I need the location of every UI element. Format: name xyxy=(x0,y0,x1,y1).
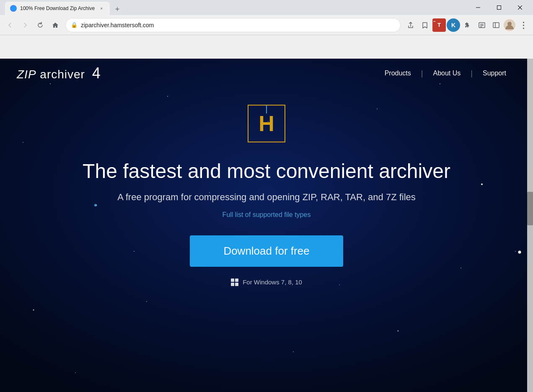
reload-button[interactable] xyxy=(34,18,47,32)
hero-title: The fastest and most convenient archiver xyxy=(83,159,450,183)
sidebar-toggle[interactable] xyxy=(489,18,503,32)
share-button[interactable] xyxy=(404,18,417,32)
svg-point-21 xyxy=(146,301,147,302)
tab-strip: 🌐 100% Free Download Zip Archive × + xyxy=(3,0,467,15)
windows-logo xyxy=(231,279,238,286)
address-bar[interactable]: 🔒 ziparchiver.hamstersoft.com xyxy=(65,18,401,32)
windows-icon xyxy=(231,279,238,286)
hero-logo-box: H xyxy=(248,105,285,142)
nav-support[interactable]: Support xyxy=(473,70,516,77)
bookmark-button[interactable] xyxy=(418,18,432,32)
extension-2[interactable]: K xyxy=(447,18,460,32)
address-text: ziparchiver.hamstersoft.com xyxy=(81,22,395,28)
title-bar: 🌐 100% Free Download Zip Archive × + xyxy=(0,0,533,15)
scrollbar-thumb[interactable] xyxy=(527,192,533,225)
extension-2-icon: K xyxy=(451,22,455,28)
logo-version: 4 xyxy=(92,64,101,82)
supported-types-link[interactable]: Full list of supported file types xyxy=(223,211,311,219)
website-content: ZIP archiver 4 Products | About Us | Sup… xyxy=(0,59,533,392)
hero-subtitle: A free program for compressing and openi… xyxy=(117,192,416,203)
close-button[interactable] xyxy=(510,0,530,15)
tab-close-button[interactable]: × xyxy=(98,5,105,12)
security-icon: 🔒 xyxy=(71,22,78,28)
extension-1[interactable]: T − xyxy=(432,18,446,32)
active-tab[interactable]: 🌐 100% Free Download Zip Archive × xyxy=(5,2,110,15)
browser-actions: T − K ⋮ xyxy=(404,18,530,32)
logo-archiver: archiver xyxy=(40,68,85,81)
nav-about[interactable]: About Us xyxy=(423,70,471,77)
hero-logo-letter: H xyxy=(259,111,274,136)
svg-rect-1 xyxy=(497,6,501,10)
new-tab-button[interactable]: + xyxy=(111,3,123,15)
extensions-button[interactable] xyxy=(461,18,474,32)
chrome-menu-button[interactable]: ⋮ xyxy=(516,18,530,32)
nav-links: Products | About Us | Support xyxy=(375,69,516,78)
site-logo: ZIP archiver 4 xyxy=(17,64,101,82)
maximize-button[interactable] xyxy=(489,0,509,15)
windows-info: For Windows 7, 8, 10 xyxy=(231,279,302,286)
nav-bar: 🔒 ziparchiver.hamstersoft.com T − K xyxy=(0,15,533,35)
svg-point-23 xyxy=(293,351,294,352)
nav-products[interactable]: Products xyxy=(375,70,421,77)
window-controls xyxy=(468,0,530,15)
svg-point-25 xyxy=(75,372,76,373)
readinglist-button[interactable] xyxy=(475,18,489,32)
profile-avatar xyxy=(504,19,515,31)
forward-button[interactable] xyxy=(18,18,32,32)
tab-title: 100% Free Download Zip Archive xyxy=(20,5,95,11)
svg-point-22 xyxy=(33,309,34,311)
site-navigation: ZIP archiver 4 Products | About Us | Sup… xyxy=(0,59,533,88)
svg-rect-8 xyxy=(493,23,499,28)
profile-button[interactable] xyxy=(504,19,515,31)
back-button[interactable] xyxy=(3,18,17,32)
svg-rect-0 xyxy=(476,8,480,8)
windows-text: For Windows 7, 8, 10 xyxy=(243,279,302,286)
scrollbar[interactable] xyxy=(527,59,533,392)
tab-favicon: 🌐 xyxy=(10,5,17,12)
download-button[interactable]: Download for free xyxy=(190,235,343,267)
logo-zip: ZIP xyxy=(17,68,36,81)
minimize-button[interactable] xyxy=(468,0,488,15)
home-button[interactable] xyxy=(49,18,62,32)
browser-chrome: 🌐 100% Free Download Zip Archive × + xyxy=(0,0,533,59)
hero-section: H The fastest and most convenient archiv… xyxy=(0,88,533,286)
svg-point-24 xyxy=(398,330,399,332)
